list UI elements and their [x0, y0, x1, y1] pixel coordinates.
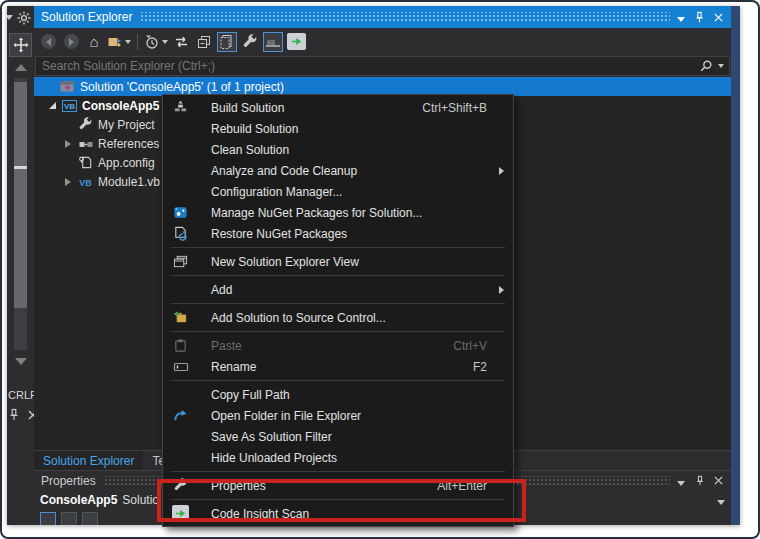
menu-item-save-as-solution-filter[interactable]: Save As Solution Filter	[163, 426, 513, 447]
search-icon[interactable]	[699, 59, 713, 73]
menu-item-code-insight-scan[interactable]: Code Insight Scan	[163, 503, 513, 524]
rename-icon	[172, 358, 189, 375]
caret-down-icon	[677, 17, 685, 22]
menu-separator	[171, 499, 505, 500]
switch-views-button[interactable]	[107, 32, 131, 52]
show-all-files-button[interactable]	[217, 32, 237, 52]
menu-item-hide-unloaded-projects[interactable]: Hide Unloaded Projects	[163, 447, 513, 468]
menu-item-configuration-manager[interactable]: Configuration Manager...	[163, 181, 513, 202]
menu-item-add-solution-to-source-control[interactable]: Add Solution to Source Control...	[163, 307, 513, 328]
tab-solution-explorer[interactable]: Solution Explorer	[34, 451, 143, 470]
home-icon: ⌂	[89, 34, 98, 49]
pin-button[interactable]	[691, 472, 708, 489]
pending-changes-filter-button[interactable]	[144, 32, 168, 52]
scroll-down-arrow[interactable]	[15, 358, 27, 365]
tree-label: ConsoleApp5	[79, 99, 159, 113]
alphabetical-button[interactable]	[61, 512, 77, 525]
scrollbar-marker	[14, 166, 27, 169]
nuget-icon	[172, 204, 189, 221]
expander-collapsed-icon[interactable]	[60, 140, 76, 148]
menu-item-copy-full-path[interactable]: Copy Full Path	[163, 384, 513, 405]
paste-icon	[172, 337, 189, 354]
scroll-up-arrow[interactable]	[15, 64, 27, 71]
scrollbar-thumb[interactable]	[14, 82, 27, 308]
svg-text:VB: VB	[79, 178, 92, 188]
menu-separator	[171, 331, 505, 332]
pin-button[interactable]	[691, 9, 708, 26]
menu-item-properties[interactable]: Properties Alt+Enter	[163, 475, 513, 496]
collapse-all-icon	[196, 34, 212, 50]
pin-icon	[694, 475, 706, 487]
back-button[interactable]	[38, 32, 58, 52]
tool-window-titlebar[interactable]: Solution Explorer	[34, 6, 731, 28]
gear-icon[interactable]	[16, 10, 32, 26]
property-pages-button[interactable]	[82, 512, 98, 525]
home-button[interactable]: ⌂	[84, 32, 104, 52]
source-control-icon	[172, 309, 189, 326]
back-icon	[41, 34, 56, 49]
search-row	[34, 55, 731, 77]
menu-item-clean-solution[interactable]: Clean Solution	[163, 139, 513, 160]
tree-label: App.config	[95, 156, 155, 170]
properties-title: Properties	[41, 474, 96, 488]
code-insight-scan-button[interactable]	[286, 32, 306, 52]
dock-move-handle[interactable]	[9, 33, 32, 57]
caret-down-icon	[162, 40, 168, 44]
close-button[interactable]	[710, 9, 727, 26]
close-button[interactable]	[710, 472, 727, 489]
properties-button[interactable]	[240, 32, 260, 52]
crlf-status[interactable]: CRLF	[8, 389, 34, 401]
window-position-button[interactable]	[672, 472, 689, 489]
dropdown-caret-icon[interactable]	[7, 15, 13, 20]
solution-icon	[58, 79, 77, 95]
forward-button[interactable]	[61, 32, 81, 52]
menu-item-build-solution[interactable]: Build Solution Ctrl+Shift+B	[163, 97, 513, 118]
tree-label: Module1.vb	[95, 175, 160, 189]
categorized-button[interactable]	[40, 512, 56, 525]
close-icon[interactable]	[27, 409, 34, 421]
sync-with-active-document-button[interactable]	[171, 32, 191, 52]
collapse-all-button[interactable]	[194, 32, 214, 52]
screenshot-frame: CRLF Solution Explorer	[0, 0, 760, 539]
menu-item-restore-nuget-packages[interactable]: Restore NuGet Packages	[163, 223, 513, 244]
pin-icon[interactable]	[7, 408, 21, 422]
search-box[interactable]	[35, 56, 730, 76]
menu-separator	[171, 380, 505, 381]
close-icon	[713, 12, 724, 23]
menu-item-rebuild-solution[interactable]: Rebuild Solution	[163, 118, 513, 139]
move-cross-icon	[13, 37, 29, 53]
preview-selected-items-button[interactable]	[263, 32, 283, 52]
menu-item-add[interactable]: Add	[163, 279, 513, 300]
menu-item-new-solution-explorer-view[interactable]: New Solution Explorer View	[163, 251, 513, 272]
build-icon	[172, 99, 189, 116]
strip-bottom-icons	[7, 408, 34, 422]
window-title: Solution Explorer	[41, 10, 132, 24]
toolbar-separator	[137, 34, 138, 50]
wrench-icon	[76, 117, 95, 133]
code-insight-icon	[287, 33, 306, 50]
menu-item-manage-nuget-packages[interactable]: Manage NuGet Packages for Solution...	[163, 202, 513, 223]
menu-item-open-folder-in-file-explorer[interactable]: Open Folder in File Explorer	[163, 405, 513, 426]
search-options-caret[interactable]	[718, 64, 724, 68]
scrollbar-track[interactable]	[14, 78, 27, 350]
menu-separator	[171, 303, 505, 304]
window-position-button[interactable]	[672, 9, 689, 26]
preview-selected-items-icon	[265, 36, 281, 48]
wrench-icon	[172, 477, 189, 494]
menu-item-analyze-and-code-cleanup[interactable]: Analyze and Code Cleanup	[163, 160, 513, 181]
nuget-restore-icon	[172, 225, 189, 242]
menu-item-rename[interactable]: Rename F2	[163, 356, 513, 377]
references-icon	[76, 136, 95, 152]
sync-icon	[173, 34, 190, 50]
caret-down-icon	[125, 40, 131, 44]
pin-icon	[693, 11, 706, 24]
selected-object-type: Solutio	[122, 493, 159, 507]
expander-expanded-icon[interactable]	[44, 102, 60, 109]
switch-views-icon	[107, 34, 123, 50]
expander-collapsed-icon[interactable]	[60, 178, 76, 186]
menu-item-paste: Paste Ctrl+V	[163, 335, 513, 356]
forward-icon	[64, 34, 79, 49]
menu-separator	[171, 275, 505, 276]
search-input[interactable]	[36, 59, 699, 73]
solution-explorer-toolbar: ⌂	[34, 28, 731, 55]
